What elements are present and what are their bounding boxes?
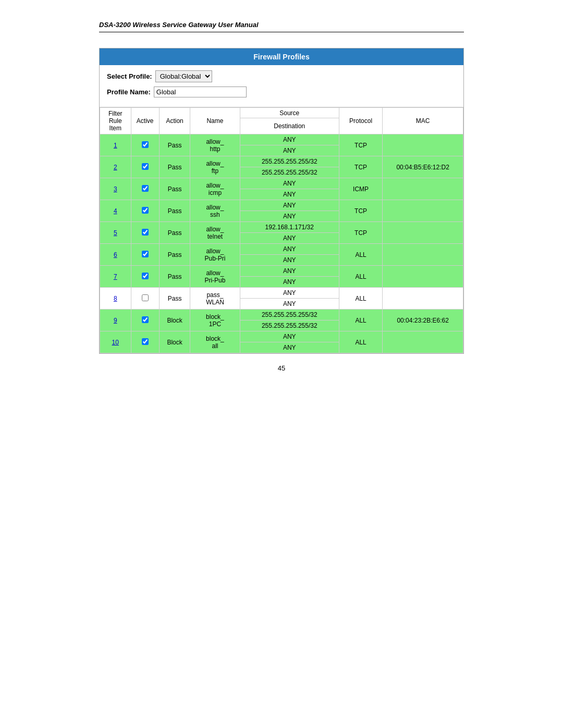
rule-id-cell: 6 — [100, 244, 131, 266]
active-checkbox[interactable] — [142, 338, 149, 345]
source-value: ANY — [240, 288, 339, 299]
srcdst-cell: 255.255.255.255/32255.255.255.255/32 — [240, 310, 339, 331]
col-header-protocol: Protocol — [339, 108, 382, 134]
name-cell: pass_WLAN — [190, 288, 240, 310]
protocol-cell: TCP — [339, 200, 382, 222]
name-cell: allow_Pri-Pub — [190, 266, 240, 288]
mac-cell — [383, 266, 463, 288]
action-cell: Block — [159, 331, 190, 353]
profile-name-label: Profile Name: — [107, 88, 151, 96]
table-row: 1Passallow_httpANYANYTCP — [100, 134, 463, 156]
mac-cell: 00:04:23:2B:E6:62 — [383, 310, 463, 331]
page-header-text: DSA-3200 Wireless Service Gateway User M… — [99, 21, 259, 29]
active-checkbox[interactable] — [142, 316, 149, 323]
protocol-cell: TCP — [339, 156, 382, 178]
active-cell — [131, 156, 159, 178]
destination-value: ANY — [240, 145, 339, 156]
name-cell: allow_Pub-Pri — [190, 244, 240, 266]
source-value: 192.168.1.171/32 — [240, 222, 339, 233]
table-row: 9Blockblock_1PC255.255.255.255/32255.255… — [100, 310, 463, 331]
active-cell — [131, 244, 159, 266]
col-header-filter: FilterRuleItem — [100, 108, 131, 134]
name-cell: block_1PC — [190, 310, 240, 331]
destination-value: ANY — [240, 299, 339, 309]
rule-id-link[interactable]: 8 — [114, 295, 117, 302]
action-cell: Pass — [159, 266, 190, 288]
col-header-action: Action — [159, 108, 190, 134]
rule-id-link[interactable]: 6 — [114, 251, 117, 258]
rule-id-cell: 5 — [100, 222, 131, 244]
mac-cell — [383, 331, 463, 353]
rule-id-cell: 2 — [100, 156, 131, 178]
select-profile-dropdown[interactable]: Global:Global — [155, 70, 212, 82]
rule-id-link[interactable]: 3 — [114, 186, 117, 193]
rule-id-link[interactable]: 9 — [114, 317, 117, 324]
col-header-active: Active — [131, 108, 159, 134]
rule-id-cell: 9 — [100, 310, 131, 331]
source-value: ANY — [240, 200, 339, 211]
protocol-cell: ALL — [339, 310, 382, 331]
active-checkbox[interactable] — [142, 294, 149, 301]
protocol-cell: ALL — [339, 244, 382, 266]
table-row: 3Passallow_icmpANYANYICMP — [100, 178, 463, 200]
active-cell — [131, 331, 159, 353]
active-checkbox[interactable] — [142, 185, 149, 192]
active-checkbox[interactable] — [142, 251, 149, 257]
page-number: 45 — [278, 364, 285, 372]
rule-id-link[interactable]: 10 — [112, 339, 119, 346]
protocol-cell: TCP — [339, 222, 382, 244]
action-cell: Pass — [159, 178, 190, 200]
action-cell: Pass — [159, 288, 190, 310]
destination-value: ANY — [240, 342, 339, 353]
active-cell — [131, 266, 159, 288]
active-checkbox[interactable] — [142, 273, 149, 279]
active-cell — [131, 200, 159, 222]
col-header-mac: MAC — [383, 108, 463, 134]
rule-id-cell: 1 — [100, 134, 131, 156]
rule-id-link[interactable]: 5 — [114, 229, 117, 237]
active-checkbox[interactable] — [142, 163, 149, 170]
profile-name-input[interactable] — [154, 87, 247, 97]
destination-value: ANY — [240, 211, 339, 221]
col-header-srcdst: Source — [240, 108, 339, 118]
active-checkbox[interactable] — [142, 207, 149, 214]
table-row: 8Passpass_WLANANYANYALL — [100, 288, 463, 310]
name-cell: allow_ftp — [190, 156, 240, 178]
active-cell — [131, 310, 159, 331]
select-profile-label: Select Profile: — [107, 72, 152, 80]
rule-id-cell: 7 — [100, 266, 131, 288]
mac-cell — [383, 244, 463, 266]
srcdst-cell: ANYANY — [240, 244, 339, 266]
srcdst-cell: ANYANY — [240, 200, 339, 222]
destination-value: 255.255.255.255/32 — [240, 167, 339, 178]
srcdst-cell: ANYANY — [240, 134, 339, 156]
col-header-name: Name — [190, 108, 240, 134]
protocol-cell: TCP — [339, 134, 382, 156]
srcdst-cell: ANYANY — [240, 331, 339, 353]
mac-cell — [383, 222, 463, 244]
active-cell — [131, 288, 159, 310]
source-value: ANY — [240, 331, 339, 342]
rule-id-cell: 3 — [100, 178, 131, 200]
source-value: ANY — [240, 244, 339, 255]
rule-id-link[interactable]: 2 — [114, 164, 117, 171]
form-section: Select Profile: Global:Global Profile Na… — [100, 65, 463, 107]
srcdst-cell: ANYANY — [240, 288, 339, 310]
rule-id-link[interactable]: 1 — [114, 142, 117, 149]
name-cell: allow_http — [190, 134, 240, 156]
active-checkbox[interactable] — [142, 229, 149, 236]
action-cell: Pass — [159, 200, 190, 222]
select-profile-row: Select Profile: Global:Global — [107, 70, 456, 82]
mac-cell — [383, 200, 463, 222]
active-checkbox[interactable] — [142, 141, 149, 148]
rule-id-cell: 4 — [100, 200, 131, 222]
table-header-row: FilterRuleItem Active Action Name Source… — [100, 108, 463, 118]
table-row: 5Passallow_telnet192.168.1.171/32ANYTCP — [100, 222, 463, 244]
mac-cell — [383, 288, 463, 310]
active-cell — [131, 222, 159, 244]
rule-id-link[interactable]: 7 — [114, 273, 117, 280]
name-cell: allow_ssh — [190, 200, 240, 222]
rule-id-link[interactable]: 4 — [114, 207, 117, 215]
source-value: 255.255.255.255/32 — [240, 310, 339, 320]
protocol-cell: ALL — [339, 266, 382, 288]
